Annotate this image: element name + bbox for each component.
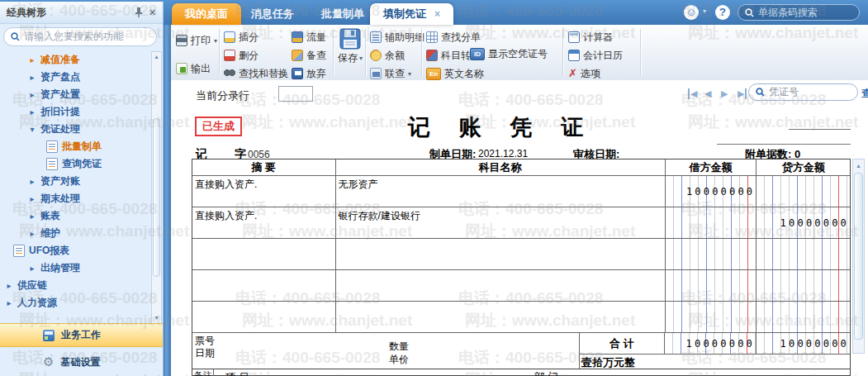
- delete-line-button[interactable]: 删分: [224, 48, 259, 63]
- linked-query-button[interactable]: 联查 ▾: [370, 66, 411, 81]
- scroll-up-icon[interactable]: ▲: [853, 161, 864, 171]
- barcode-search-box[interactable]: 单据条码搜索: [738, 4, 860, 21]
- entry-credit-amount[interactable]: [757, 239, 850, 269]
- reference-button[interactable]: 备查: [292, 48, 326, 63]
- tab-fill-voucher[interactable]: 填制凭证×: [370, 3, 453, 25]
- sidebar-item-business-work[interactable]: 业务工作: [0, 323, 163, 347]
- tree-item[interactable]: ▸ 供应链: [0, 277, 151, 294]
- barcode-search-placeholder: 单据条码搜索: [758, 6, 818, 20]
- aux-detail-button[interactable]: 辅助明细: [370, 30, 425, 45]
- tree-item[interactable]: ▸ 折旧计提: [0, 103, 151, 121]
- entry-row[interactable]: [192, 270, 850, 302]
- scrollbar-thumb[interactable]: [153, 118, 160, 277]
- tree-scrollbar[interactable]: ▲ ▼: [151, 51, 162, 324]
- tree-arrow-icon: ▸: [28, 55, 36, 64]
- scrollbar-thumb[interactable]: [854, 173, 863, 340]
- tree-item[interactable]: ▸ 期末处理: [0, 190, 151, 207]
- entry-account[interactable]: [336, 302, 666, 332]
- sidebar-title: 经典树形: [0, 7, 46, 18]
- output-button[interactable]: 输出: [176, 61, 211, 76]
- entry-debit-amount[interactable]: [666, 239, 757, 269]
- entry-summary[interactable]: [192, 302, 336, 332]
- tree-item[interactable]: 查询凭证: [0, 155, 151, 173]
- first-voucher-button[interactable]: ◀: [688, 88, 697, 99]
- tree-item-label: 查询凭证: [62, 157, 102, 171]
- sidebar: 经典树形 ✕ 请输入您要搜索的功能 ▸ 减值准备 ▸ 资产: [0, 2, 164, 376]
- voucher-no-search-box[interactable]: 凭证号: [748, 83, 858, 101]
- tree-item[interactable]: ▸ 减值准备: [0, 51, 151, 69]
- discard-button[interactable]: 放弃: [292, 66, 326, 81]
- save-floppy-icon: [339, 28, 361, 50]
- sidebar-search-box[interactable]: 请输入您要搜索的功能: [3, 27, 157, 46]
- scroll-up-icon[interactable]: ▲: [152, 52, 161, 62]
- entry-summary[interactable]: 直接购入资产.: [192, 207, 336, 238]
- tree-item[interactable]: UFO报表: [0, 242, 151, 259]
- options-button[interactable]: ✗ 选项: [568, 66, 600, 81]
- entry-account[interactable]: 无形资产: [336, 176, 666, 207]
- tab-batch-voucher[interactable]: 批量制单: [308, 3, 377, 25]
- save-button[interactable]: 保存▾: [337, 28, 363, 65]
- entry-summary[interactable]: [192, 239, 336, 269]
- tree-item[interactable]: 批量制单: [0, 138, 151, 155]
- entry-debit-amount[interactable]: [666, 302, 757, 332]
- flow-button[interactable]: 流量: [292, 30, 326, 45]
- tree-item[interactable]: ▸ 资产处置: [0, 86, 151, 103]
- calculator-button[interactable]: 计算器: [568, 30, 613, 45]
- search-button[interactable]: 查: [861, 87, 868, 101]
- entry-debit-amount[interactable]: [666, 270, 757, 301]
- caret-down-icon: ▾: [359, 55, 363, 62]
- english-name-button[interactable]: En 英文名称: [426, 66, 484, 81]
- entry-summary[interactable]: [192, 270, 336, 301]
- note-label: 备注: [192, 369, 214, 376]
- entry-row[interactable]: [192, 239, 850, 270]
- find-replace-button[interactable]: 查找和替换: [224, 66, 288, 81]
- tab-my-desktop[interactable]: 我的桌面: [172, 3, 241, 25]
- voucher-title: 记 账 凭 证: [171, 112, 832, 142]
- last-voucher-button[interactable]: ▶: [738, 88, 747, 99]
- create-date-value: 2021.12.31: [478, 148, 528, 159]
- entry-credit-amount[interactable]: [757, 270, 850, 301]
- voucher-table: 摘 要 科目名称 借方金额 贷方金额 直接购入资产. 无形资产 10000000: [192, 159, 851, 376]
- tree-item[interactable]: ▸ 维护: [0, 225, 151, 242]
- entry-account[interactable]: 银行存款/建设银行: [336, 207, 666, 238]
- current-line-input[interactable]: [278, 86, 313, 102]
- entry-account[interactable]: [336, 270, 666, 301]
- prev-voucher-button[interactable]: ◀: [704, 88, 711, 99]
- sidebar-splitter[interactable]: [163, 0, 171, 376]
- tab-close-icon[interactable]: ×: [434, 8, 440, 20]
- sidebar-search-placeholder: 请输入您要搜索的功能: [24, 30, 123, 44]
- find-doc-button[interactable]: 查找分单: [426, 30, 481, 45]
- print-button[interactable]: 打印 ▾: [176, 33, 217, 48]
- next-voucher-button[interactable]: ▶: [721, 88, 728, 99]
- close-icon[interactable]: ✕: [149, 2, 156, 23]
- smiley-icon[interactable]: ☺: [684, 5, 699, 20]
- tree-item[interactable]: ▸ 人力资源: [0, 294, 151, 312]
- help-icon[interactable]: ?: [715, 5, 730, 20]
- caret-down-icon[interactable]: ▾: [703, 7, 706, 15]
- entry-row[interactable]: [192, 302, 850, 333]
- entry-credit-amount[interactable]: 10000000: [757, 207, 850, 238]
- voucher-scrollbar[interactable]: ▲: [852, 159, 865, 354]
- calendar-button[interactable]: 会计日历: [568, 48, 623, 63]
- entry-credit-amount[interactable]: [757, 302, 850, 332]
- scroll-down-icon[interactable]: ▼: [152, 313, 161, 323]
- tree-item[interactable]: ▾ 凭证处理: [0, 121, 151, 138]
- tree-item[interactable]: ▸ 账表: [0, 207, 151, 225]
- entry-credit-amount[interactable]: [757, 176, 850, 207]
- pin-icon[interactable]: [134, 7, 144, 18]
- entry-debit-amount[interactable]: 10000000: [666, 176, 757, 207]
- balance-button[interactable]: 余额: [370, 48, 405, 63]
- entry-summary[interactable]: 直接购入资产.: [192, 176, 336, 207]
- tree-item[interactable]: ▸ 出纳管理: [0, 259, 151, 277]
- entry-debit-amount[interactable]: [666, 207, 757, 238]
- tab-message-tasks[interactable]: 消息任务: [238, 3, 307, 25]
- entry-row[interactable]: 直接购入资产. 无形资产 10000000: [192, 176, 850, 207]
- entry-row[interactable]: 直接购入资产. 银行存款/建设银行 10000000: [192, 207, 850, 239]
- tree-item[interactable]: ▸ 资产盘点: [0, 69, 151, 86]
- tree-item[interactable]: ▸ 资产对账: [0, 173, 151, 190]
- sidebar-item-basic-settings[interactable]: ⚙ 基础设置: [0, 351, 163, 373]
- insert-line-button[interactable]: 插分: [224, 30, 259, 45]
- reference-icon: [292, 50, 303, 61]
- show-empty-voucher-no-button[interactable]: ID 显示空凭证号: [470, 46, 548, 61]
- entry-account[interactable]: [336, 239, 666, 269]
